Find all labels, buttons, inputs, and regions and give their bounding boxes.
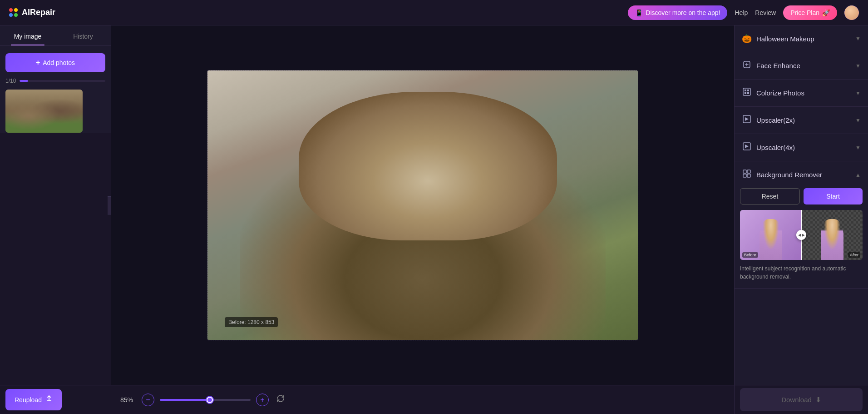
progress-text: 1/10 xyxy=(5,78,16,84)
tool-colorize-photos: Colorize Photos ▼ xyxy=(735,80,868,107)
preview-after-label: After xyxy=(848,252,860,258)
upscaler-4x-label: Upscaler(4x) xyxy=(756,144,795,151)
tab-history[interactable]: History xyxy=(55,25,111,45)
refresh-btn[interactable] xyxy=(274,392,287,407)
tool-halloween-makeup-left: 🎃 Halloween Makeup xyxy=(742,34,814,44)
tool-upscaler-2x: Upscaler(2x) ▼ xyxy=(735,107,868,134)
preview-handle-arrows: ◀ ▶ xyxy=(798,233,805,237)
tool-upscaler-4x-left: Upscaler(4x) xyxy=(742,142,795,153)
start-btn[interactable]: Start xyxy=(804,188,863,205)
tool-face-enhance-left: Face Enhance xyxy=(742,60,800,71)
zoom-level: 85% xyxy=(120,396,136,404)
tool-colorize-photos-left: Colorize Photos xyxy=(742,88,804,98)
download-icon xyxy=(815,395,821,404)
tab-my-image[interactable]: My image xyxy=(0,25,55,45)
logo-dot-green xyxy=(14,13,18,17)
bottom-left: Reupload xyxy=(0,385,111,414)
app-title: AIRepair xyxy=(22,8,55,17)
reset-btn[interactable]: Reset xyxy=(740,188,800,205)
discover-btn[interactable]: Discover more on the app! xyxy=(628,5,727,20)
face-enhance-label: Face Enhance xyxy=(756,62,800,70)
tool-action-buttons: Reset Start xyxy=(740,188,863,205)
image-info-label: Before: 1280 x 853 xyxy=(225,317,278,327)
cat-head xyxy=(299,92,557,240)
preview-person-after xyxy=(821,219,843,260)
background-remover-icon xyxy=(742,170,752,180)
tool-halloween-makeup-header[interactable]: 🎃 Halloween Makeup ▼ xyxy=(735,25,868,52)
preview-person-before xyxy=(760,219,782,260)
svg-rect-7 xyxy=(747,174,750,177)
main-image-container: Before: 1280 x 853 xyxy=(207,70,638,340)
svg-rect-1 xyxy=(743,88,750,95)
upscaler-4x-icon xyxy=(742,142,752,153)
thumbnail-image xyxy=(5,90,83,133)
tool-background-remover-header[interactable]: Background Remover ▲ xyxy=(735,161,868,188)
upscaler-4x-chevron-icon: ▼ xyxy=(855,145,861,151)
price-plan-btn[interactable]: Price Plan xyxy=(783,5,837,20)
left-sidebar-wrapper: My image History Add photos 1/10 ‹ xyxy=(0,25,111,385)
zoom-slider[interactable] xyxy=(160,399,251,401)
logo-dot-red xyxy=(9,8,13,12)
tool-upscaler-2x-header[interactable]: Upscaler(2x) ▼ xyxy=(735,107,868,134)
download-btn[interactable]: Download xyxy=(740,388,863,411)
upscaler-2x-chevron-icon: ▼ xyxy=(855,117,861,124)
header-left: AIRepair xyxy=(9,8,55,17)
avatar[interactable] xyxy=(844,5,859,20)
progress-container: 1/10 xyxy=(5,78,105,84)
preview-after: After xyxy=(801,210,863,260)
halloween-icon: 🎃 xyxy=(742,34,752,44)
svg-rect-4 xyxy=(743,170,746,173)
tool-background-remover: Background Remover ▲ Reset Start Before xyxy=(735,161,868,289)
sidebar-tabs: My image History xyxy=(0,25,111,46)
header: AIRepair Discover more on the app! Help … xyxy=(0,0,868,25)
reupload-icon xyxy=(45,395,53,404)
logo-dot-blue xyxy=(9,13,13,17)
tool-face-enhance: Face Enhance ▼ xyxy=(735,52,868,80)
reupload-btn-label: Reupload xyxy=(15,396,42,404)
help-link[interactable]: Help xyxy=(735,9,748,16)
background-remover-label: Background Remover xyxy=(756,171,822,179)
zoom-minus-btn[interactable]: − xyxy=(142,394,154,406)
tool-face-enhance-header[interactable]: Face Enhance ▼ xyxy=(735,52,868,79)
colorize-chevron-icon: ▼ xyxy=(855,90,861,96)
preview-slider-handle[interactable]: ◀ ▶ xyxy=(796,230,806,240)
preview-before-label: Before xyxy=(742,252,758,258)
image-grid xyxy=(0,90,111,133)
colorize-photos-label: Colorize Photos xyxy=(756,89,804,97)
tool-colorize-photos-header[interactable]: Colorize Photos ▼ xyxy=(735,80,868,106)
tool-halloween-makeup: 🎃 Halloween Makeup ▼ xyxy=(735,25,868,52)
background-remover-expanded: Reset Start Before After ◀ xyxy=(735,188,868,288)
tool-upscaler-4x: Upscaler(4x) ▼ xyxy=(735,134,868,161)
preview-before: Before xyxy=(740,210,801,260)
center-area: Before: 1280 x 853 xyxy=(111,25,734,385)
thumbnail-item[interactable] xyxy=(5,90,83,133)
preview-description: Intelligent subject recognition and auto… xyxy=(740,264,863,281)
tool-upscaler-2x-left: Upscaler(2x) xyxy=(742,115,795,125)
add-photos-btn[interactable]: Add photos xyxy=(5,53,105,72)
upscaler-2x-label: Upscaler(2x) xyxy=(756,116,795,124)
halloween-makeup-label: Halloween Makeup xyxy=(756,35,814,43)
logo-dot-yellow xyxy=(14,8,18,12)
upscaler-2x-icon xyxy=(742,115,752,125)
tool-upscaler-4x-header[interactable]: Upscaler(4x) ▼ xyxy=(735,134,868,161)
review-link[interactable]: Review xyxy=(755,9,776,16)
arrow-right-icon: ▶ xyxy=(802,233,805,237)
bottom-right: Download xyxy=(734,385,868,414)
arrow-left-icon: ◀ xyxy=(798,233,801,237)
left-sidebar: My image History Add photos 1/10 xyxy=(0,25,111,133)
download-btn-label: Download xyxy=(781,396,812,404)
svg-rect-6 xyxy=(743,174,746,177)
face-enhance-chevron-icon: ▼ xyxy=(855,63,861,69)
face-enhance-icon xyxy=(742,60,752,71)
background-remover-chevron-icon: ▲ xyxy=(855,172,861,178)
header-right: Discover more on the app! Help Review Pr… xyxy=(628,5,859,20)
zoom-plus-btn[interactable]: + xyxy=(256,394,269,406)
bottom-bar: Reupload 85% − + Downl xyxy=(0,385,868,414)
progress-bar-bg xyxy=(20,80,105,82)
avatar-image xyxy=(844,5,859,20)
preview-comparison: Before After ◀ ▶ xyxy=(740,210,863,260)
colorize-icon xyxy=(742,88,752,98)
progress-bar-fill xyxy=(20,80,28,82)
reupload-btn[interactable]: Reupload xyxy=(5,389,62,410)
zoom-slider-thumb[interactable] xyxy=(207,397,213,403)
